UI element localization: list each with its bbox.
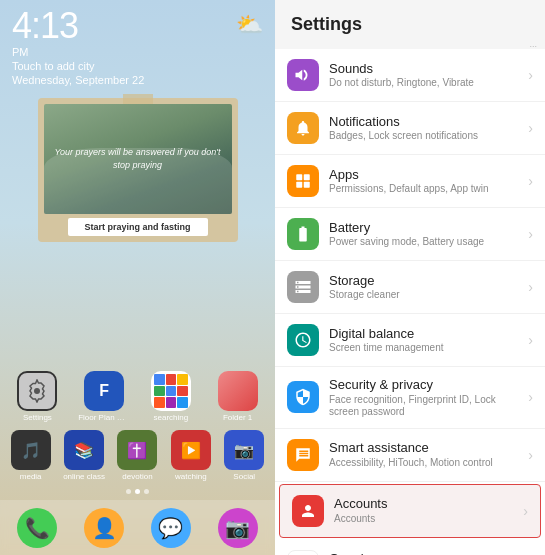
sounds-icon [287,59,319,91]
app-searching-label: searching [145,413,197,422]
accounts-chevron: › [523,503,528,519]
settings-google[interactable]: Google Google services › [275,540,545,555]
settings-battery[interactable]: Battery Power saving mode, Battery usage… [275,208,545,261]
app-row-2: 🎵 media 📚 online class ✝️ devotion ▶️ [4,430,271,481]
app-online-class[interactable]: 📚 online class [58,430,110,481]
card-image: Your prayers will be answered if you don… [44,104,232,214]
dock-contacts[interactable]: 👤 [84,508,124,548]
app-folder[interactable]: Folder 1 [212,371,264,422]
digital-balance-subtitle: Screen time management [329,342,528,354]
svg-rect-2 [304,174,310,180]
battery-subtitle: Power saving mode, Battery usage [329,236,528,248]
sounds-title: Sounds [329,61,528,77]
floor-plan-icon: F [84,371,124,411]
dock-phone[interactable]: 📞 [17,508,57,548]
app-settings[interactable]: Settings [11,371,63,422]
battery-icon [287,218,319,250]
scroll-hint-top: ··· [529,43,537,51]
smart-assistance-chevron: › [528,447,533,463]
app-settings-label: Settings [11,413,63,422]
folder-icon [218,371,258,411]
svg-point-0 [34,388,40,394]
storage-text: Storage Storage cleaner [329,273,528,302]
dock-messages[interactable]: 💬 [151,508,191,548]
digital-balance-icon [287,324,319,356]
notifications-subtitle: Badges, Lock screen notifications [329,130,528,142]
google-text: Google Google services [329,551,528,555]
settings-smart-assistance[interactable]: Smart assistance Accessibility, HiTouch,… [275,429,545,482]
smart-assistance-subtitle: Accessibility, HiTouch, Motion control [329,457,528,469]
settings-notifications[interactable]: Notifications Badges, Lock screen notifi… [275,102,545,155]
notifications-title: Notifications [329,114,528,130]
battery-title: Battery [329,220,528,236]
app-floorplan-label: Floor Plan Creator [78,413,130,422]
settings-list: ··· Sounds Do not disturb, Ringtone, Vib… [275,43,545,555]
app-media[interactable]: 🎵 media [5,430,57,481]
battery-chevron: › [528,226,533,242]
app-devotion-label: devotion [111,472,163,481]
card-text: Your prayers will be answered if you don… [50,146,226,171]
security-chevron: › [528,389,533,405]
online-class-icon: 📚 [64,430,104,470]
sounds-text: Sounds Do not disturb, Ringtone, Vibrate [329,61,528,90]
storage-title: Storage [329,273,528,289]
page-dot-2 [135,489,140,494]
searching-icon [151,371,191,411]
settings-storage[interactable]: Storage Storage cleaner › [275,261,545,314]
settings-accounts[interactable]: Accounts Accounts › [279,484,541,538]
accounts-subtitle: Accounts [334,513,523,525]
security-title: Security & privacy [329,377,528,393]
security-subtitle: Face recognition, Fingerprint ID, Lock s… [329,394,528,418]
watching-icon: ▶️ [171,430,211,470]
app-social[interactable]: 📷 Social [218,430,270,481]
storage-chevron: › [528,279,533,295]
app-social-label: Social [218,472,270,481]
wallpaper-card: Your prayers will be answered if you don… [38,98,238,242]
app-online-class-label: online class [58,472,110,481]
sounds-chevron: › [528,67,533,83]
settings-title: Settings [275,0,545,43]
home-apps: Settings F Floor Plan Creator [0,371,275,500]
accounts-title: Accounts [334,496,523,512]
notifications-text: Notifications Badges, Lock screen notifi… [329,114,528,143]
app-folder-label: Folder 1 [212,413,264,422]
app-watching[interactable]: ▶️ watching [165,430,217,481]
apps-chevron: › [528,173,533,189]
app-media-label: media [5,472,57,481]
settings-digital-balance[interactable]: Digital balance Screen time management › [275,314,545,367]
page-dot-3 [144,489,149,494]
settings-panel: Settings ··· Sounds Do not disturb, Ring… [275,0,545,555]
app-row-1: Settings F Floor Plan Creator [4,371,271,422]
storage-subtitle: Storage cleaner [329,289,528,301]
settings-apps[interactable]: Apps Permissions, Default apps, App twin… [275,155,545,208]
smart-assistance-text: Smart assistance Accessibility, HiTouch,… [329,440,528,469]
dock-camera[interactable]: 📷 [218,508,258,548]
settings-sounds[interactable]: Sounds Do not disturb, Ringtone, Vibrate… [275,49,545,102]
page-dots [4,489,271,494]
settings-app-icon [17,371,57,411]
smart-assistance-icon [287,439,319,471]
settings-security[interactable]: Security & privacy Face recognition, Fin… [275,367,545,429]
apps-icon [287,165,319,197]
app-devotion[interactable]: ✝️ devotion [111,430,163,481]
storage-icon [287,271,319,303]
sounds-subtitle: Do not disturb, Ringtone, Vibrate [329,77,528,89]
battery-text: Battery Power saving mode, Battery usage [329,220,528,249]
tape-decoration [123,94,153,104]
apps-title: Apps [329,167,528,183]
page-dot-1 [126,489,131,494]
smart-assistance-title: Smart assistance [329,440,528,456]
accounts-text: Accounts Accounts [334,496,523,525]
app-floorplan[interactable]: F Floor Plan Creator [78,371,130,422]
digital-balance-title: Digital balance [329,326,528,342]
phone-screen: 4:13 PM Touch to add city Wednesday, Sep… [0,0,275,555]
date-label: Wednesday, September 22 [12,74,144,86]
status-bar: 4:13 PM Touch to add city Wednesday, Sep… [0,0,275,90]
social-icon: 📷 [224,430,264,470]
accounts-icon [292,495,324,527]
clock-time: 4:13 [12,8,144,44]
security-icon [287,381,319,413]
card-bottom-text: Start praying and fasting [68,218,208,236]
app-searching[interactable]: searching [145,371,197,422]
google-icon [287,550,319,555]
